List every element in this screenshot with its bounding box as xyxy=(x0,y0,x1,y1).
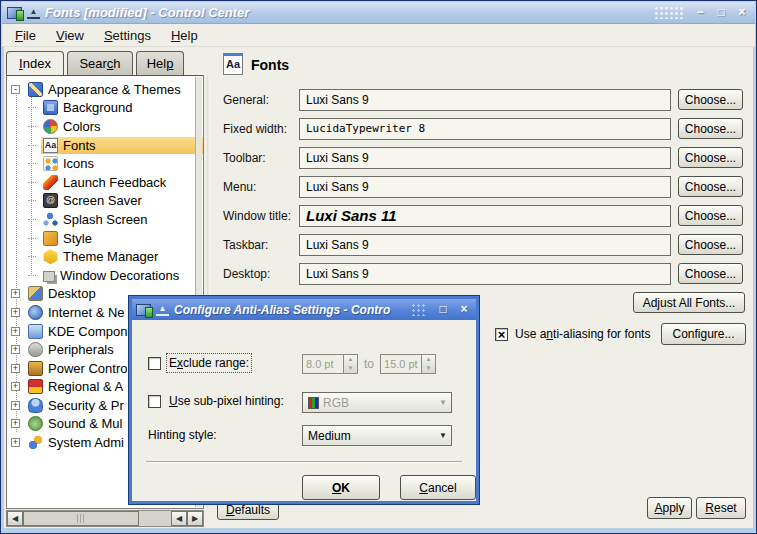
choose-general-button[interactable]: Choose... xyxy=(678,89,743,110)
general-font-field[interactable]: Luxi Sans 9 xyxy=(299,89,671,111)
tree-item-icons[interactable]: Icons xyxy=(7,154,203,173)
desktop-icon xyxy=(28,286,43,301)
fixed-width-font-field[interactable]: LucidaTypewriter 8 xyxy=(299,118,671,140)
tree-item-fonts[interactable]: Fonts xyxy=(7,136,203,155)
tree-item-label: Power Contro xyxy=(48,361,127,376)
tab-help-label: Help xyxy=(147,56,174,71)
spinner-arrows[interactable]: ▲▼ xyxy=(421,355,435,373)
taskbar-font-field[interactable]: Luxi Sans 9 xyxy=(299,234,671,256)
dialog-maximize-button[interactable]: □ xyxy=(435,302,451,317)
tab-index[interactable]: Index xyxy=(6,51,64,75)
choose-desktop-button[interactable]: Choose... xyxy=(678,263,743,284)
spin-down-icon[interactable]: ▼ xyxy=(422,364,435,373)
antialias-label[interactable]: Use anti-aliasing for fonts xyxy=(515,327,650,341)
adjust-all-fonts-button[interactable]: Adjust All Fonts... xyxy=(633,292,745,313)
menu-settings[interactable]: Settings xyxy=(95,26,160,45)
tree-item-label: Launch Feedback xyxy=(63,175,166,190)
exclude-to-value: 15.0 pt xyxy=(381,355,421,373)
tree-item-splash-screen[interactable]: Splash Screen xyxy=(7,210,203,229)
scroll-left-button[interactable]: ◀ xyxy=(171,511,187,526)
sound-icon xyxy=(28,416,43,431)
subpixel-checkbox[interactable] xyxy=(148,395,161,408)
cancel-button[interactable]: Cancel xyxy=(400,475,476,500)
menu-font-field[interactable]: Luxi Sans 9 xyxy=(299,176,671,198)
tree-item-theme-manager[interactable]: Theme Manager xyxy=(7,247,203,266)
tree-item-screen-saver[interactable]: Screen Saver xyxy=(7,192,203,211)
system-admin-icon xyxy=(28,435,43,450)
spin-up-icon[interactable]: ▲ xyxy=(344,355,357,364)
exclude-from-spinbox[interactable]: 8.0 pt ▲▼ xyxy=(302,354,358,374)
tab-index-label: Index xyxy=(19,56,51,71)
expander-icon[interactable]: + xyxy=(11,308,20,317)
tree-item-style[interactable]: Style xyxy=(7,229,203,248)
menu-file[interactable]: File xyxy=(6,26,45,45)
fixed-width-label: Fixed width: xyxy=(223,122,287,136)
menu-help[interactable]: Help xyxy=(162,26,207,45)
toolbar-label: Toolbar: xyxy=(223,151,266,165)
tree-item-colors[interactable]: Colors xyxy=(7,117,203,136)
tree-branch-stub xyxy=(28,219,36,220)
close-button[interactable]: × xyxy=(734,5,750,20)
ok-button[interactable]: OK xyxy=(302,475,380,500)
titlebar[interactable]: ▲ Fonts [modified] - Control Center − □ … xyxy=(2,2,755,24)
subpixel-type-dropdown[interactable]: RGB ▼ xyxy=(302,392,452,413)
tree-branch-stub xyxy=(28,238,36,239)
kde-components-icon xyxy=(28,324,43,339)
expander-icon[interactable]: - xyxy=(11,85,20,94)
tab-help[interactable]: Help xyxy=(136,51,184,75)
tree-item-background[interactable]: Background xyxy=(7,99,203,118)
scroll-left-button[interactable]: ◀ xyxy=(7,511,23,526)
expander-icon[interactable]: + xyxy=(11,327,20,336)
exclude-range-label[interactable]: Exclude range: xyxy=(169,356,249,370)
scrollbar-thumb[interactable] xyxy=(23,511,139,526)
expander-icon[interactable]: + xyxy=(11,289,20,298)
choose-fixed-width-button[interactable]: Choose... xyxy=(678,118,743,139)
desktop-font-field[interactable]: Luxi Sans 9 xyxy=(299,263,671,285)
tree-item-appearance-themes[interactable]: - Appearance & Themes xyxy=(7,80,203,99)
expander-icon[interactable]: + xyxy=(11,382,20,391)
window-title-font-field[interactable]: Luxi Sans 11 xyxy=(299,205,671,227)
spin-down-icon[interactable]: ▼ xyxy=(344,364,357,373)
expander-icon[interactable]: + xyxy=(11,438,20,447)
dialog-titlebar[interactable]: ▲ Configure Anti-Alias Settings - Contro… xyxy=(132,299,476,320)
exclude-to-spinbox[interactable]: 15.0 pt ▲▼ xyxy=(380,354,436,374)
dialog-close-button[interactable]: × xyxy=(456,302,472,317)
menu-view[interactable]: View xyxy=(47,26,93,45)
spinner-arrows[interactable]: ▲▼ xyxy=(343,355,357,373)
toolbar-font-field[interactable]: Luxi Sans 9 xyxy=(299,147,671,169)
expander-icon[interactable]: + xyxy=(11,401,20,410)
choose-window-title-button[interactable]: Choose... xyxy=(678,205,743,226)
dialog-shade-button[interactable]: ▲ xyxy=(156,303,169,316)
choose-taskbar-button[interactable]: Choose... xyxy=(678,234,743,255)
hinting-style-dropdown[interactable]: Medium ▼ xyxy=(302,425,452,446)
minimize-button[interactable]: − xyxy=(692,5,708,20)
tree-item-window-decorations[interactable]: Window Decorations xyxy=(7,266,203,285)
regional-icon xyxy=(28,379,43,394)
choose-toolbar-button[interactable]: Choose... xyxy=(678,147,743,168)
subpixel-label[interactable]: Use sub-pixel hinting: xyxy=(169,394,284,408)
antialias-row: × Use anti-aliasing for fonts xyxy=(495,327,650,341)
antialias-checkbox[interactable]: × xyxy=(495,328,508,341)
reset-button[interactable]: Reset xyxy=(696,497,746,519)
configure-antialias-button[interactable]: Configure... xyxy=(661,323,746,345)
expander-icon[interactable]: + xyxy=(11,364,20,373)
shade-button[interactable]: ▲ xyxy=(27,6,40,19)
choose-menu-button[interactable]: Choose... xyxy=(678,176,743,197)
expander-icon[interactable]: + xyxy=(11,419,20,428)
maximize-button[interactable]: □ xyxy=(713,5,729,20)
exclude-range-checkbox[interactable] xyxy=(148,357,161,370)
background-icon xyxy=(43,100,58,115)
tab-search[interactable]: Search xyxy=(67,51,133,75)
icons-icon xyxy=(43,156,58,171)
exclude-from-value: 8.0 pt xyxy=(303,355,343,373)
tree-branch-stub xyxy=(28,163,36,164)
tree-item-label: Background xyxy=(63,100,132,115)
scrollbar-track[interactable] xyxy=(139,511,171,526)
tree-horizontal-scrollbar[interactable]: ◀ ◀ ▶ xyxy=(6,510,204,527)
expander-icon[interactable]: + xyxy=(11,345,20,354)
apply-button[interactable]: Apply xyxy=(647,497,692,519)
subpixel-value: RGB xyxy=(323,396,431,410)
scroll-right-button[interactable]: ▶ xyxy=(187,511,203,526)
tree-item-launch-feedback[interactable]: Launch Feedback xyxy=(7,173,203,192)
spin-up-icon[interactable]: ▲ xyxy=(422,355,435,364)
